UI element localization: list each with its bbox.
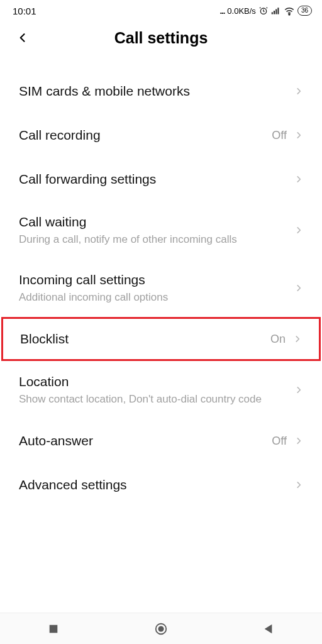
settings-row[interactable]: Call waitingDuring a call, notify me of … xyxy=(0,201,322,259)
svg-rect-1 xyxy=(272,12,273,14)
row-main: Auto-answer xyxy=(19,433,264,449)
signal-icon xyxy=(271,6,281,16)
row-main: Incoming call settingsAdditional incomin… xyxy=(19,272,287,304)
svg-rect-4 xyxy=(277,8,279,14)
settings-row[interactable]: Incoming call settingsAdditional incomin… xyxy=(0,259,322,317)
settings-row[interactable]: BlocklistOn xyxy=(1,317,321,361)
svg-marker-9 xyxy=(264,624,272,633)
triangle-left-icon xyxy=(263,623,274,635)
wifi-icon xyxy=(284,6,295,16)
row-value: Off xyxy=(272,129,287,142)
settings-list: SIM cards & mobile networksCall recordin… xyxy=(0,69,322,507)
circle-icon xyxy=(154,622,168,636)
svg-rect-6 xyxy=(50,625,58,633)
svg-rect-2 xyxy=(274,11,275,14)
row-main: SIM cards & mobile networks xyxy=(19,83,287,99)
row-title: Incoming call settings xyxy=(19,272,287,288)
nav-home-button[interactable] xyxy=(142,616,180,641)
row-main: Call recording xyxy=(19,127,264,143)
row-subtitle: Show contact location, Don't auto-dial c… xyxy=(19,392,287,406)
row-main: Advanced settings xyxy=(19,477,287,493)
row-title: Auto-answer xyxy=(19,433,264,449)
chevron-right-icon xyxy=(294,174,303,185)
status-more-icon: ... xyxy=(220,6,225,16)
svg-point-8 xyxy=(158,626,164,631)
chevron-right-icon xyxy=(294,435,303,447)
settings-row[interactable]: Advanced settings xyxy=(0,463,322,507)
settings-row[interactable]: LocationShow contact location, Don't aut… xyxy=(0,361,322,419)
chevron-right-icon xyxy=(294,130,303,141)
row-value: On xyxy=(270,333,286,346)
status-bar: 10:01 ... 0.0KB/s 36 xyxy=(0,0,322,21)
battery-level: 36 xyxy=(301,6,308,15)
chevron-right-icon xyxy=(294,282,303,294)
settings-row[interactable]: Call recordingOff xyxy=(0,113,322,157)
row-main: Call forwarding settings xyxy=(19,171,287,187)
android-navbar xyxy=(0,613,322,644)
chevron-right-icon xyxy=(294,225,303,236)
row-title: SIM cards & mobile networks xyxy=(19,83,287,99)
row-title: Call forwarding settings xyxy=(19,171,287,187)
status-net-speed: 0.0KB/s xyxy=(227,6,256,16)
row-subtitle: During a call, notify me of other incomi… xyxy=(19,233,287,247)
row-main: LocationShow contact location, Don't aut… xyxy=(19,374,287,406)
app-header: Call settings xyxy=(0,21,322,54)
nav-back-button[interactable] xyxy=(250,616,287,641)
svg-rect-3 xyxy=(275,9,277,14)
settings-row[interactable]: Auto-answerOff xyxy=(0,419,322,463)
chevron-right-icon xyxy=(293,333,302,345)
settings-row[interactable]: SIM cards & mobile networks xyxy=(0,69,322,113)
chevron-right-icon xyxy=(294,86,303,97)
row-main: Blocklist xyxy=(20,331,263,347)
status-time: 10:01 xyxy=(13,6,36,16)
row-value: Off xyxy=(272,435,287,448)
settings-row[interactable]: Call forwarding settings xyxy=(0,157,322,201)
square-icon xyxy=(48,623,59,635)
chevron-right-icon xyxy=(294,384,303,396)
row-title: Blocklist xyxy=(20,331,263,347)
nav-recents-button[interactable] xyxy=(35,616,72,641)
row-main: Call waitingDuring a call, notify me of … xyxy=(19,214,287,247)
row-title: Call recording xyxy=(19,127,264,143)
row-title: Advanced settings xyxy=(19,477,287,493)
page-title: Call settings xyxy=(114,29,208,47)
back-button[interactable] xyxy=(13,28,33,48)
chevron-left-icon xyxy=(16,31,29,44)
alarm-icon xyxy=(258,6,269,16)
row-subtitle: Additional incoming call options xyxy=(19,291,287,304)
svg-point-5 xyxy=(289,14,290,15)
row-title: Call waiting xyxy=(19,214,287,230)
battery-icon: 36 xyxy=(297,6,312,16)
chevron-right-icon xyxy=(294,479,303,491)
status-right: ... 0.0KB/s 36 xyxy=(220,6,313,16)
row-title: Location xyxy=(19,374,287,390)
